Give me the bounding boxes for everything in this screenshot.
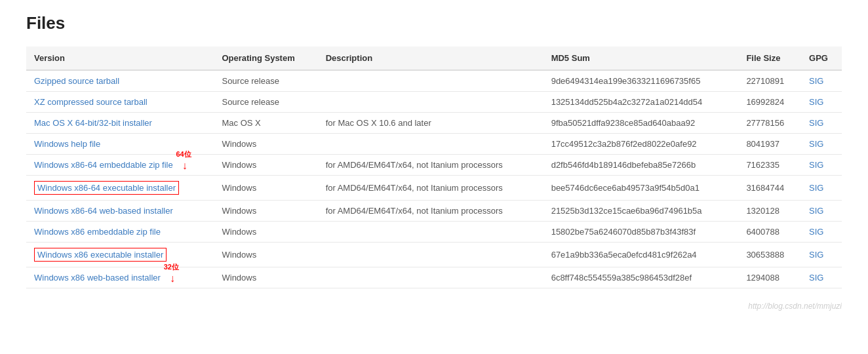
gpg-link[interactable]: SIG xyxy=(809,183,823,193)
version-link[interactable]: XZ compressed source tarball xyxy=(34,97,148,107)
description-cell: for Mac OS X 10.6 and later xyxy=(318,113,543,134)
version-link[interactable]: Windows x86 web-based installer xyxy=(34,273,161,283)
md5-cell: d2fb546fd4b189146dbefeba85e7266b xyxy=(543,155,739,176)
table-row: Windows help fileWindows17cc49512c3a2b87… xyxy=(26,134,842,155)
size-cell: 1320128 xyxy=(738,201,801,222)
watermark: http://blog.csdn.net/mmjuzi xyxy=(26,302,842,311)
os-cell: Windows xyxy=(214,267,317,288)
description-cell xyxy=(318,134,543,155)
md5-cell: 9de6494314ea199e3633211696735f65 xyxy=(543,70,739,92)
size-cell: 30653888 xyxy=(738,243,801,267)
md5-cell: 15802be75a6246070d85b87b3f43f83f xyxy=(543,222,739,243)
version-cell: Windows x86-64 embeddable zip file64位↓ xyxy=(26,155,214,176)
size-cell: 16992824 xyxy=(738,92,801,113)
size-cell: 27778156 xyxy=(738,113,801,134)
version-link[interactable]: Windows x86-64 embeddable zip file xyxy=(34,160,173,170)
version-cell: Windows x86 executable installer xyxy=(26,243,214,267)
table-row: Windows x86 web-based installer32位↓Windo… xyxy=(26,267,842,288)
annotation-arrow: ↓ xyxy=(170,273,175,285)
md5-cell: 1325134dd525b4a2c3272a1a0214dd54 xyxy=(543,92,739,113)
gpg-link[interactable]: SIG xyxy=(809,250,823,260)
col-size: File Size xyxy=(738,47,801,70)
highlighted-version: Windows x86 executable installer xyxy=(34,248,167,262)
version-cell: Gzipped source tarball xyxy=(26,70,214,92)
page-title: Files xyxy=(26,13,842,33)
version-link[interactable]: Windows x86 executable installer xyxy=(37,250,163,260)
gpg-cell: SIG xyxy=(801,155,842,176)
gpg-link[interactable]: SIG xyxy=(809,273,823,283)
md5-cell: 6c8ff748c554559a385c986453df28ef xyxy=(543,267,739,288)
highlighted-version: Windows x86-64 executable installer xyxy=(34,181,179,195)
table-row: Windows x86-64 executable installerWindo… xyxy=(26,176,842,201)
gpg-cell: SIG xyxy=(801,222,842,243)
version-cell: Windows x86 web-based installer32位↓ xyxy=(26,267,214,288)
description-cell: for AMD64/EM64T/x64, not Itanium process… xyxy=(318,155,543,176)
gpg-cell: SIG xyxy=(801,92,842,113)
gpg-link[interactable]: SIG xyxy=(809,206,823,216)
size-cell: 7162335 xyxy=(738,155,801,176)
gpg-link[interactable]: SIG xyxy=(809,160,823,170)
table-row: Windows x86-64 web-based installerWindow… xyxy=(26,201,842,222)
gpg-cell: SIG xyxy=(801,267,842,288)
size-cell: 1294088 xyxy=(738,267,801,288)
description-cell: for AMD64/EM64T/x64, not Itanium process… xyxy=(318,176,543,201)
description-cell xyxy=(318,70,543,92)
table-row: Mac OS X 64-bit/32-bit installerMac OS X… xyxy=(26,113,842,134)
col-gpg: GPG xyxy=(801,47,842,70)
table-row: Windows x86-64 embeddable zip file64位↓Wi… xyxy=(26,155,842,176)
gpg-cell: SIG xyxy=(801,113,842,134)
annotation-label: 64位 xyxy=(176,149,191,159)
md5-cell: 21525b3d132ce15cae6ba96d74961b5a xyxy=(543,201,739,222)
description-cell xyxy=(318,243,543,267)
col-os: Operating System xyxy=(214,47,317,70)
version-link[interactable]: Mac OS X 64-bit/32-bit installer xyxy=(34,118,152,128)
gpg-link[interactable]: SIG xyxy=(809,118,823,128)
annotation-arrow: ↓ xyxy=(182,160,187,172)
table-header-row: Version Operating System Description MD5… xyxy=(26,47,842,70)
gpg-link[interactable]: SIG xyxy=(809,97,823,107)
os-cell: Windows xyxy=(214,201,317,222)
version-cell: Windows x86 embeddable zip file xyxy=(26,222,214,243)
files-table: Version Operating System Description MD5… xyxy=(26,47,842,288)
os-cell: Source release xyxy=(214,92,317,113)
size-cell: 8041937 xyxy=(738,134,801,155)
version-link[interactable]: Windows x86-64 executable installer xyxy=(37,183,176,193)
os-cell: Windows xyxy=(214,176,317,201)
version-link[interactable]: Gzipped source tarball xyxy=(34,76,119,86)
version-cell: XZ compressed source tarball xyxy=(26,92,214,113)
table-row: Windows x86 executable installerWindows6… xyxy=(26,243,842,267)
os-cell: Windows xyxy=(214,243,317,267)
gpg-link[interactable]: SIG xyxy=(809,76,823,86)
description-cell: for AMD64/EM64T/x64, not Itanium process… xyxy=(318,201,543,222)
os-cell: Mac OS X xyxy=(214,113,317,134)
table-row: XZ compressed source tarballSource relea… xyxy=(26,92,842,113)
annotation-label: 32位 xyxy=(164,262,179,272)
os-cell: Source release xyxy=(214,70,317,92)
version-link[interactable]: Windows x86-64 web-based installer xyxy=(34,206,173,216)
os-cell: Windows xyxy=(214,134,317,155)
version-cell: Windows x86-64 executable installer xyxy=(26,176,214,201)
md5-cell: 9fba50521dffa9238ce85ad640abaa92 xyxy=(543,113,739,134)
version-link[interactable]: Windows x86 embeddable zip file xyxy=(34,227,161,237)
size-cell: 6400788 xyxy=(738,222,801,243)
md5-cell: 67e1a9bb336a5eca0efcd481c9f262a4 xyxy=(543,243,739,267)
gpg-cell: SIG xyxy=(801,176,842,201)
gpg-cell: SIG xyxy=(801,243,842,267)
size-cell: 31684744 xyxy=(738,176,801,201)
md5-cell: bee5746dc6ece6ab49573a9f54b5d0a1 xyxy=(543,176,739,201)
gpg-link[interactable]: SIG xyxy=(809,227,823,237)
table-row: Gzipped source tarballSource release9de6… xyxy=(26,70,842,92)
description-cell xyxy=(318,222,543,243)
md5-cell: 17cc49512c3a2b876f2ed8022e0afe92 xyxy=(543,134,739,155)
os-cell: Windows xyxy=(214,155,317,176)
os-cell: Windows xyxy=(214,222,317,243)
description-cell xyxy=(318,92,543,113)
gpg-cell: SIG xyxy=(801,70,842,92)
version-link[interactable]: Windows help file xyxy=(34,139,100,149)
size-cell: 22710891 xyxy=(738,70,801,92)
gpg-cell: SIG xyxy=(801,201,842,222)
gpg-link[interactable]: SIG xyxy=(809,139,823,149)
col-md5: MD5 Sum xyxy=(543,47,739,70)
version-cell: Mac OS X 64-bit/32-bit installer xyxy=(26,113,214,134)
description-cell xyxy=(318,267,543,288)
